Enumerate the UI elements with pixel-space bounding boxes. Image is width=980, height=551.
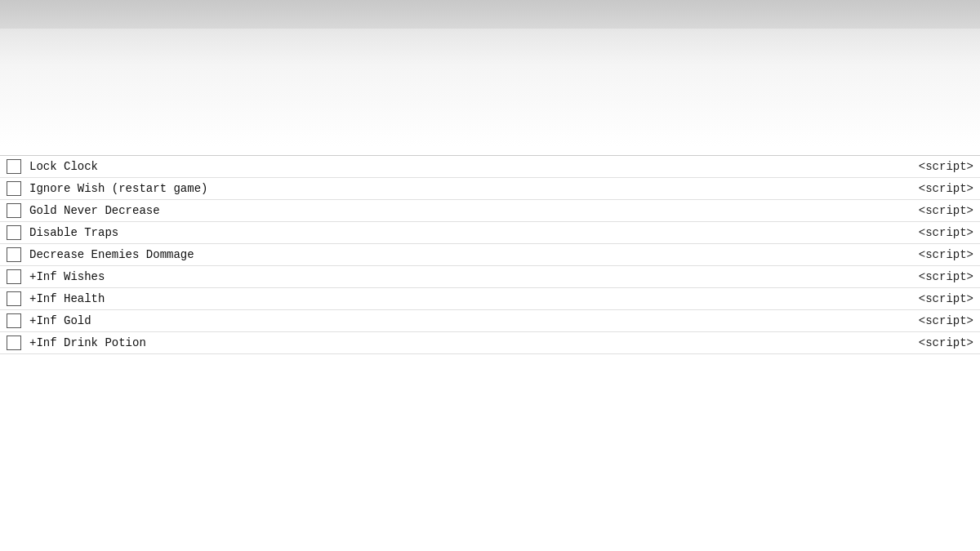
script-inf-gold: <script> xyxy=(908,314,973,327)
checkbox-inf-drink-potion[interactable] xyxy=(7,335,21,350)
checkbox-inf-gold[interactable] xyxy=(7,313,21,328)
list-item: Lock Clock<script> xyxy=(0,156,980,178)
script-decrease-enemies-dommage: <script> xyxy=(908,248,973,261)
script-inf-health: <script> xyxy=(908,292,973,305)
label-inf-wishes: +Inf Wishes xyxy=(29,270,908,283)
label-disable-traps: Disable Traps xyxy=(29,226,908,239)
label-ignore-wish: Ignore Wish (restart game) xyxy=(29,182,908,195)
script-disable-traps: <script> xyxy=(908,226,973,239)
list-item: Gold Never Decrease<script> xyxy=(0,200,980,222)
label-gold-never-decrease: Gold Never Decrease xyxy=(29,204,908,217)
label-inf-gold: +Inf Gold xyxy=(29,314,908,327)
list-item: +Inf Gold<script> xyxy=(0,310,980,332)
list-item: +Inf Drink Potion<script> xyxy=(0,332,980,354)
checkbox-disable-traps[interactable] xyxy=(7,225,21,240)
label-inf-health: +Inf Health xyxy=(29,292,908,305)
cheat-list: Lock Clock<script>Ignore Wish (restart g… xyxy=(0,155,980,354)
checkbox-lock-clock[interactable] xyxy=(7,159,21,174)
top-bar xyxy=(0,0,980,29)
label-lock-clock: Lock Clock xyxy=(29,160,908,173)
checkbox-inf-health[interactable] xyxy=(7,291,21,306)
script-ignore-wish: <script> xyxy=(908,182,973,195)
script-gold-never-decrease: <script> xyxy=(908,204,973,217)
checkbox-inf-wishes[interactable] xyxy=(7,269,21,284)
list-item: Decrease Enemies Dommage<script> xyxy=(0,244,980,266)
list-item: +Inf Health<script> xyxy=(0,288,980,310)
script-inf-drink-potion: <script> xyxy=(908,336,973,349)
content-area: Lock Clock<script>Ignore Wish (restart g… xyxy=(0,29,980,354)
list-item: Ignore Wish (restart game)<script> xyxy=(0,178,980,200)
label-inf-drink-potion: +Inf Drink Potion xyxy=(29,336,908,349)
list-item: Disable Traps<script> xyxy=(0,222,980,244)
script-lock-clock: <script> xyxy=(908,160,973,173)
label-decrease-enemies-dommage: Decrease Enemies Dommage xyxy=(29,248,908,261)
script-inf-wishes: <script> xyxy=(908,270,973,283)
checkbox-decrease-enemies-dommage[interactable] xyxy=(7,247,21,262)
checkbox-ignore-wish[interactable] xyxy=(7,181,21,196)
list-item: +Inf Wishes<script> xyxy=(0,266,980,288)
checkbox-gold-never-decrease[interactable] xyxy=(7,203,21,218)
